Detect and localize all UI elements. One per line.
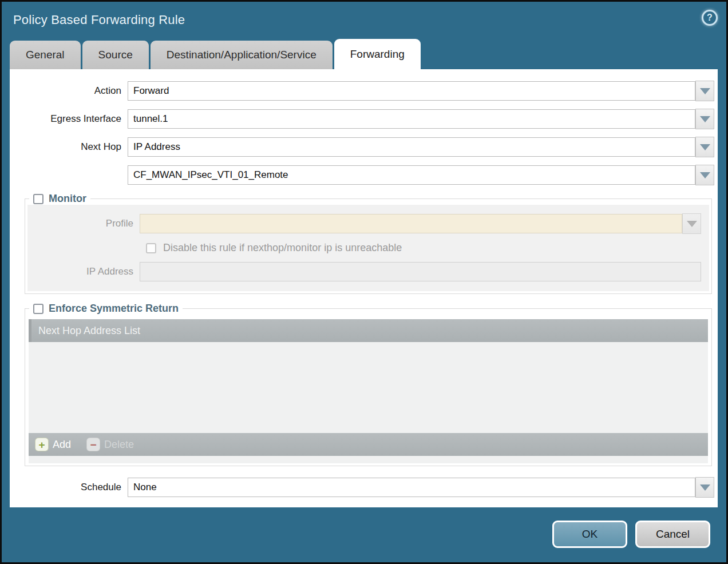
monitor-legend: Monitor: [29, 193, 90, 205]
disable-rule-checkbox: [146, 243, 156, 253]
egress-interface-row: Egress Interface tunnel.1: [10, 109, 714, 129]
next-hop-address-dropdown-arrow-button[interactable]: [695, 165, 714, 185]
next-hop-address-row: CF_MWAN_IPsec_VTI_01_Remote: [10, 165, 714, 185]
tab-destination-application-service[interactable]: Destination/Application/Service: [151, 41, 333, 69]
tab-bar: General Source Destination/Application/S…: [2, 39, 726, 69]
tab-source[interactable]: Source: [82, 41, 149, 69]
next-hop-label: Next Hop: [10, 141, 128, 153]
monitor-panel: Profile Disable this rule if nexthop/mon…: [27, 205, 709, 291]
profile-label: Profile: [27, 218, 140, 229]
next-hop-row: Next Hop IP Address: [10, 137, 714, 157]
symmetric-return-section: Enforce Symmetric Return Next Hop Addres…: [25, 303, 712, 466]
profile-row: Profile: [27, 213, 701, 234]
caret-down-icon: [700, 116, 710, 122]
pbf-rule-dialog: Policy Based Forwarding Rule ? General S…: [0, 0, 728, 564]
disable-rule-label: Disable this rule if nexthop/monitor ip …: [163, 242, 402, 254]
caret-down-icon: [700, 144, 710, 150]
action-dropdown-arrow-button[interactable]: [695, 81, 714, 101]
disable-rule-row: Disable this rule if nexthop/monitor ip …: [146, 242, 701, 254]
ok-button[interactable]: OK: [552, 521, 627, 548]
next-hop-type-dropdown[interactable]: IP Address: [128, 137, 695, 157]
schedule-dropdown-arrow-button[interactable]: [695, 477, 714, 498]
caret-down-icon: [700, 88, 710, 94]
delete-button-label: Delete: [104, 439, 134, 451]
next-hop-address-list-table: Next Hop Address List + Add − Delete: [29, 319, 708, 463]
monitor-legend-label: Monitor: [49, 193, 86, 205]
symmetric-return-legend-label: Enforce Symmetric Return: [49, 303, 179, 315]
symmetric-return-checkbox[interactable]: [33, 304, 43, 314]
egress-interface-dropdown[interactable]: tunnel.1: [128, 109, 695, 129]
profile-dropdown: [140, 214, 682, 233]
next-hop-address-list-toolbar: + Add − Delete: [29, 433, 708, 456]
next-hop-address-list-body[interactable]: [29, 342, 708, 433]
schedule-label: Schedule: [10, 482, 128, 493]
profile-dropdown-arrow-button: [682, 213, 701, 234]
schedule-dropdown[interactable]: None: [128, 478, 695, 497]
schedule-row: Schedule None: [10, 477, 714, 498]
egress-interface-label: Egress Interface: [10, 113, 128, 125]
dialog-footer: OK Cancel: [552, 521, 710, 548]
egress-interface-dropdown-arrow-button[interactable]: [695, 109, 714, 129]
caret-down-icon: [687, 221, 697, 227]
monitor-ip-label: IP Address: [27, 266, 140, 277]
tab-forwarding[interactable]: Forwarding: [334, 39, 421, 69]
next-hop-address-dropdown[interactable]: CF_MWAN_IPsec_VTI_01_Remote: [128, 165, 695, 185]
help-icon[interactable]: ?: [702, 10, 718, 26]
next-hop-type-dropdown-arrow-button[interactable]: [695, 137, 714, 157]
delete-button: − Delete: [87, 438, 134, 451]
minus-icon: −: [87, 438, 100, 451]
dialog-title: Policy Based Forwarding Rule: [13, 13, 726, 27]
symmetric-return-legend: Enforce Symmetric Return: [29, 303, 183, 315]
add-button-label: Add: [53, 439, 71, 451]
add-button[interactable]: + Add: [35, 438, 71, 451]
plus-icon: +: [35, 438, 48, 451]
monitor-checkbox[interactable]: [33, 194, 43, 204]
caret-down-icon: [700, 484, 710, 491]
monitor-ip-input: [140, 262, 701, 281]
table-bottom-strip: [29, 456, 708, 463]
action-row: Action Forward: [10, 81, 714, 101]
action-label: Action: [10, 85, 128, 97]
action-dropdown[interactable]: Forward: [128, 81, 695, 101]
next-hop-address-list-header: Next Hop Address List: [29, 319, 708, 342]
cancel-button[interactable]: Cancel: [635, 521, 710, 548]
tab-general[interactable]: General: [10, 41, 81, 69]
monitor-section: Monitor Profile Disable this rule if nex…: [25, 193, 712, 294]
forwarding-tab-content: Action Forward Egress Interface tunnel.1…: [10, 69, 718, 507]
monitor-ip-row: IP Address: [27, 262, 701, 281]
caret-down-icon: [700, 172, 710, 178]
dialog-titlebar: Policy Based Forwarding Rule ?: [2, 2, 726, 39]
